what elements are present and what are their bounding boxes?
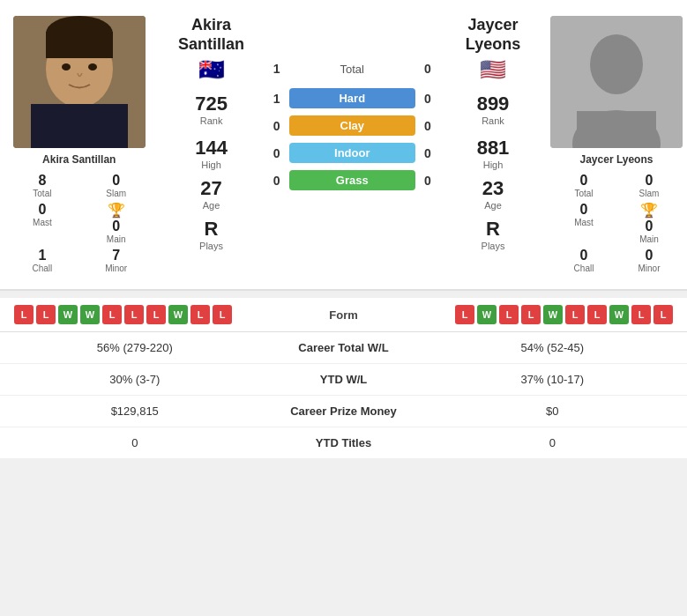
player2-photo xyxy=(550,16,683,148)
player2-high-block: 881 High xyxy=(477,137,510,170)
player1-name-line1: Akira xyxy=(191,16,231,33)
hard-row: 1 Hard 0 xyxy=(265,88,440,108)
player1-flag: 🇦🇺 xyxy=(198,57,225,82)
form-label: Form xyxy=(291,308,397,322)
player1-panel: Akira Santillan 8 Total 0 Slam 0 Mast 🏆 … xyxy=(0,9,159,280)
player2-age-block: 23 Age xyxy=(482,177,504,211)
player1-age-block: 27 Age xyxy=(200,177,221,211)
player2-main-label: Main xyxy=(618,234,680,244)
form-badge-l: L xyxy=(631,305,651,324)
form-badge-l: L xyxy=(499,305,519,324)
player1-heading: Akira Santillan xyxy=(178,16,244,54)
grass-button[interactable]: Grass xyxy=(289,170,415,190)
total-right-val: 0 xyxy=(415,62,440,76)
stats-center-1: YTD W/L xyxy=(256,373,432,386)
form-badge-w: W xyxy=(168,305,188,324)
player2-minor-value: 0 xyxy=(618,248,680,263)
stats-center-0: Career Total W/L xyxy=(256,341,432,354)
stats-row-0: 56% (279-220) Career Total W/L 54% (52-4… xyxy=(0,332,687,364)
player2-mast-value: 0 xyxy=(553,202,615,218)
player1-chall-value: 1 xyxy=(7,248,78,263)
hard-right-val: 0 xyxy=(415,92,440,106)
form-badge-l: L xyxy=(213,305,232,324)
player2-rank-number: 899 xyxy=(477,93,510,115)
stats-right-3: 0 xyxy=(432,436,674,449)
clay-button[interactable]: Clay xyxy=(289,115,415,136)
player2-total-label: Total xyxy=(553,189,615,198)
svg-rect-11 xyxy=(577,111,656,148)
player2-name-line2: Lyeons xyxy=(466,35,520,53)
stats-right-0: 54% (52-45) xyxy=(432,341,674,354)
form-badge-w: W xyxy=(58,305,78,324)
player2-chall-value: 0 xyxy=(553,248,615,263)
player2-mast-label: Mast xyxy=(553,218,615,227)
player2-age-label: Age xyxy=(482,200,504,211)
svg-rect-3 xyxy=(31,104,128,148)
player1-form-badges: LLWWLLLWLL xyxy=(14,305,291,324)
indoor-button[interactable]: Indoor xyxy=(289,143,415,163)
player2-form-badges: LWLLWLLWLL xyxy=(397,305,674,324)
player1-age-number: 27 xyxy=(200,177,221,200)
form-badge-w: W xyxy=(80,305,100,324)
player1-age-label: Age xyxy=(200,200,221,211)
main-container: Akira Santillan 8 Total 0 Slam 0 Mast 🏆 … xyxy=(0,0,687,458)
player2-high-number: 881 xyxy=(477,137,510,160)
player2-rank-block: 899 Rank xyxy=(477,93,510,126)
form-section: LLWWLLLWLL Form LWLLWLLWLL xyxy=(0,298,687,332)
player2-slam-cell: 0 Slam xyxy=(618,173,680,198)
total-label: Total xyxy=(289,63,415,76)
indoor-right-val: 0 xyxy=(415,146,440,160)
player2-slam-label: Slam xyxy=(618,189,680,198)
form-badge-l: L xyxy=(124,305,144,324)
player1-plays-label: Plays xyxy=(199,241,223,251)
stats-row-1: 30% (3-7) YTD W/L 37% (10-17) xyxy=(0,364,687,396)
svg-point-7 xyxy=(88,63,97,71)
form-badge-l: L xyxy=(190,305,210,324)
player2-total-value: 0 xyxy=(553,173,615,189)
player1-main-label: Main xyxy=(81,234,152,244)
player1-rank-number: 725 xyxy=(195,93,228,115)
player1-minor-cell: 7 Minor xyxy=(81,248,152,273)
svg-rect-5 xyxy=(46,32,113,58)
form-badge-l: L xyxy=(146,305,166,324)
grass-left-val: 0 xyxy=(265,174,289,188)
hard-left-val: 1 xyxy=(265,92,289,106)
player1-high-block: 144 High xyxy=(195,137,228,170)
center-comparison: 1 Total 0 1 Hard 0 0 Clay 0 0 Indoor 0 0 xyxy=(265,9,440,280)
player1-plays-value: R xyxy=(199,218,223,241)
total-left-val: 1 xyxy=(265,62,289,76)
player1-mast-label: Mast xyxy=(7,218,78,227)
player1-name-label: Akira Santillan xyxy=(42,153,116,166)
player1-minor-value: 7 xyxy=(81,248,152,263)
hard-button[interactable]: Hard xyxy=(289,88,415,108)
player1-total-cell: 8 Total xyxy=(7,173,78,198)
player1-name-line2: Santillan xyxy=(178,35,244,53)
player1-chall-label: Chall xyxy=(7,263,78,273)
form-badge-l: L xyxy=(36,305,56,324)
player1-stats: 8 Total 0 Slam 0 Mast 🏆 0 Main 1 xyxy=(7,173,152,273)
indoor-left-val: 0 xyxy=(265,146,289,160)
player2-chall-cell: 0 Chall xyxy=(553,248,615,273)
player2-total-cell: 0 Total xyxy=(553,173,615,198)
form-badge-l: L xyxy=(587,305,607,324)
player1-total-value: 8 xyxy=(7,173,78,189)
player2-name-line1: Jaycer xyxy=(467,16,518,33)
player2-stats: 0 Total 0 Slam 0 Mast 🏆 0 Main 0 xyxy=(553,173,680,273)
stats-center-2: Career Prize Money xyxy=(256,404,432,418)
player1-high-number: 144 xyxy=(195,137,228,160)
top-section: Akira Santillan 8 Total 0 Slam 0 Mast 🏆 … xyxy=(0,0,687,291)
player1-photo xyxy=(13,16,146,148)
form-badge-w: W xyxy=(543,305,563,324)
player2-trophy-cell: 🏆 0 Main xyxy=(618,202,680,244)
stats-right-2: $0 xyxy=(432,404,674,418)
stats-right-1: 37% (10-17) xyxy=(432,373,674,386)
player2-panel: Jaycer Lyeons 0 Total 0 Slam 0 Mast 🏆 0 xyxy=(546,9,687,280)
player2-minor-cell: 0 Minor xyxy=(618,248,680,273)
player1-mast-value: 0 xyxy=(7,202,78,218)
player2-slam-value: 0 xyxy=(618,173,680,189)
form-badge-l: L xyxy=(521,305,541,324)
player2-main-value: 0 xyxy=(618,219,680,234)
clay-left-val: 0 xyxy=(265,119,289,133)
player1-minor-label: Minor xyxy=(81,263,152,273)
form-badge-l: L xyxy=(14,305,34,324)
